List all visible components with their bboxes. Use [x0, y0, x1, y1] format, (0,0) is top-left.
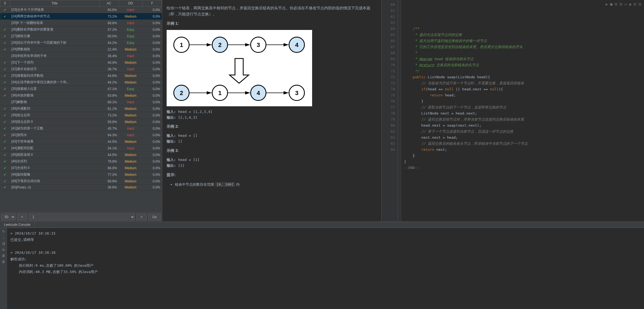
- description-panel: 给你一个链表，两两交换其中相邻的节点，并返回交换后链表的头节点。你必须在不修改节…: [162, 0, 382, 221]
- col-ac[interactable]: AC: [99, 0, 119, 7]
- run-icon[interactable]: ▶: [606, 1, 608, 7]
- svg-text:3: 3: [257, 41, 260, 48]
- svg-text:4: 4: [257, 90, 260, 96]
- table-row[interactable]: ✔[29]两数相除22.4%Medium0.0%: [0, 46, 162, 53]
- page-select[interactable]: 1: [29, 214, 135, 220]
- svg-text:1: 1: [180, 41, 183, 48]
- code-editor[interactable]: ▶ ■ ⧉ ⧉ ▭ ◉ ⧉ ⧉ /** * 递归方法实现节点对的交换 * 该方法…: [401, 0, 644, 221]
- table-row[interactable]: ✔[42]接雨水64.3%Hard0.0%: [0, 132, 162, 138]
- hints-title: 提示:: [167, 172, 176, 177]
- svg-text:1: 1: [218, 90, 222, 96]
- table-row[interactable]: ✔[44]通配符匹配34.1%Hard0.0%: [0, 145, 162, 152]
- bottom-panel: Leetcode Console ↻ ↓ ⇶ ⇆ 🖶 🗑 > 2024/10/1…: [0, 221, 644, 309]
- table-row[interactable]: ✔[41]缺失的第一个正数45.7%Hard0.0%: [0, 125, 162, 132]
- table-row[interactable]: ✔[36]有效的数独63.8%Medium0.0%: [0, 92, 162, 99]
- console-toolbar: ↻ ↓ ⇶ ⇆ 🖶 🗑: [0, 228, 7, 309]
- stop-icon[interactable]: ■: [610, 1, 612, 7]
- fold-gutter: [398, 0, 401, 221]
- table-row[interactable]: ✔[28]找出字符串中第一个匹配项的下标44.2%Easy0.0%: [0, 40, 162, 46]
- example1-diagram: 1 2 3 4 2 1 4 3: [167, 30, 312, 106]
- table-row[interactable]: ✔[46]全排列79.8%Medium0.0%: [0, 158, 162, 165]
- table-row[interactable]: ✔[49]字母异位词分组68.9%Medium0.0%: [0, 178, 162, 185]
- tool-icon[interactable]: ⧉: [639, 1, 641, 7]
- filter-icon[interactable]: ⇶: [2, 242, 5, 246]
- problem-table: S Title AC DD F ✔[23]合并 K 个升序链表60.6%Hard…: [0, 0, 162, 190]
- table-row[interactable]: ✔[43]字符串相乘44.5%Medium0.0%: [0, 138, 162, 145]
- pin-icon[interactable]: ◉: [629, 1, 631, 7]
- table-row[interactable]: ✔[27]移除元素60.0%Easy0.0%: [0, 33, 162, 40]
- table-row[interactable]: ✔[40]组合总和 II59.6%Medium0.0%: [0, 119, 162, 125]
- stop-icon[interactable]: ↓: [3, 236, 4, 240]
- table-row[interactable]: ✔[33]搜索旋转排序数组44.6%Medium0.0%: [0, 73, 162, 79]
- table-row[interactable]: ✔[50]Pow(x, n)38.6%Medium0.0%: [0, 185, 162, 190]
- tool-icon[interactable]: ⧉: [615, 1, 617, 7]
- pager: 50 < 1 > Go: [0, 212, 162, 221]
- problem-list-panel: S Title AC DD F ✔[23]合并 K 个升序链表60.6%Hard…: [0, 0, 162, 221]
- col-dd[interactable]: DD: [119, 0, 142, 7]
- tool-icon[interactable]: ⧉: [634, 1, 636, 7]
- example3-io: 输入: head = [1] 输出: [1]: [167, 157, 377, 169]
- col-title[interactable]: Title: [10, 0, 99, 7]
- console-tab[interactable]: Leetcode Console: [0, 222, 35, 228]
- svg-text:2: 2: [218, 41, 222, 48]
- example2-io: 输入: head = [] 输出: []: [167, 133, 377, 144]
- problem-intro: 给你一个链表，两两交换其中相邻的节点，并返回交换后链表的头节点。你必须在不修改节…: [167, 5, 377, 17]
- svg-text:3: 3: [295, 90, 298, 96]
- example3-title: 示例 3:: [167, 148, 179, 153]
- example2-title: 示例 2:: [167, 124, 179, 129]
- editor-panel: 6061626364656667686970717273747576777879…: [382, 0, 644, 221]
- table-row[interactable]: [30]串联所有单词的子串38.4%Hard0.0%: [0, 53, 162, 59]
- table-row[interactable]: ✔[34]在排序数组中查找元素的第一个和...44.2%Medium0.0%: [0, 79, 162, 86]
- next-button[interactable]: >: [136, 214, 147, 220]
- table-row[interactable]: ✔[35]搜索插入位置47.1%Easy0.0%: [0, 86, 162, 92]
- table-row[interactable]: [25]K 个一组翻转链表68.6%Hard0.0%: [0, 20, 162, 26]
- col-f[interactable]: F: [142, 0, 162, 7]
- table-row[interactable]: ✔[48]旋转图像77.2%Medium0.0%: [0, 171, 162, 178]
- table-row[interactable]: ✔[23]合并 K 个升序链表60.6%Hard0.0%: [0, 7, 162, 13]
- print-icon[interactable]: 🖶: [2, 254, 5, 258]
- table-row[interactable]: ✔[47]全排列 II66.0%Medium0.0%: [0, 165, 162, 171]
- table-row[interactable]: ✔[45]跳跃游戏 II44.5%Medium0.0%: [0, 152, 162, 158]
- table-row[interactable]: ✔[26]删除有序数组中的重复项57.2%Easy0.0%: [0, 26, 162, 33]
- chat-icon[interactable]: ▭: [625, 1, 627, 7]
- prev-button[interactable]: <: [17, 214, 27, 220]
- table-row[interactable]: ✔[32]最长有效括号38.7%Hard0.0%: [0, 66, 162, 73]
- svg-text:4: 4: [295, 41, 299, 48]
- line-gutter: 6061626364656667686970717273747576777879…: [382, 0, 398, 221]
- editor-toolbar: ▶ ■ ⧉ ⧉ ▭ ◉ ⧉ ⧉: [606, 1, 641, 7]
- example1-title: 示例 1:: [167, 21, 179, 26]
- example1-io: 输入: head = [1,2,3,4] 输出: [2,1,4,3]: [167, 109, 377, 121]
- table-row[interactable]: ✔[38]外观数列61.1%Medium0.0%: [0, 105, 162, 112]
- pagesize-select[interactable]: 50: [1, 214, 15, 220]
- console-output[interactable]: > 2024/10/17 10:26:15 已提交,请稍等 > 2024/10/…: [7, 228, 644, 309]
- col-s[interactable]: S: [0, 0, 10, 7]
- tool-icon[interactable]: ⧉: [620, 1, 622, 7]
- rerun-icon[interactable]: ↻: [2, 230, 5, 233]
- svg-text:2: 2: [180, 90, 183, 96]
- wrap-icon[interactable]: ⇆: [2, 248, 5, 252]
- go-button[interactable]: Go: [148, 214, 161, 220]
- table-row[interactable]: [37]解数独68.1%Hard0.0%: [0, 99, 162, 105]
- hint-item: 链表中节点的数目在范围 [0, 100] 内: [175, 181, 377, 188]
- table-row[interactable]: ✔[24]两两交换链表中的节点73.1%Medium0.0%: [0, 13, 162, 20]
- trash-icon[interactable]: 🗑: [2, 260, 5, 264]
- table-row[interactable]: ✔[31]下一个排列40.0%Medium0.0%: [0, 59, 162, 66]
- table-row[interactable]: ✔[39]组合总和73.2%Medium0.0%: [0, 112, 162, 119]
